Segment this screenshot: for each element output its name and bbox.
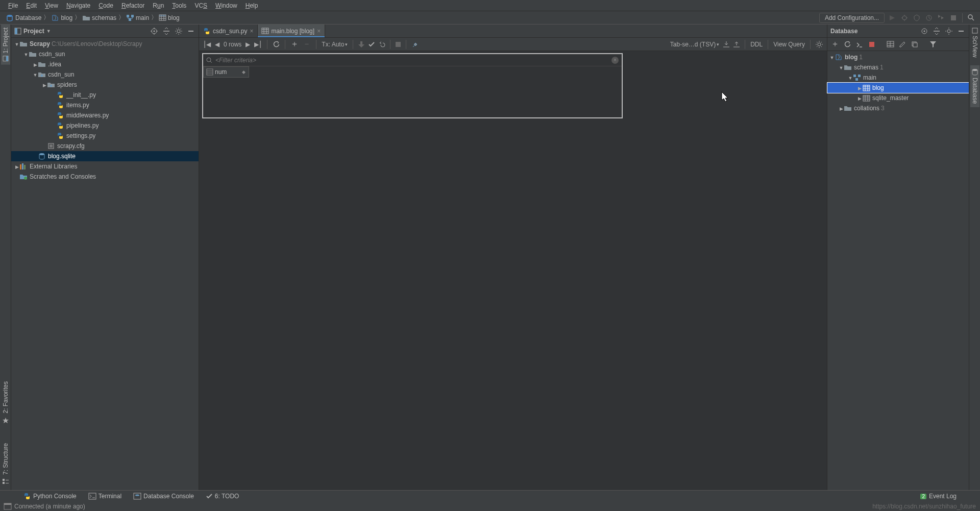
add-datasource-icon[interactable]: ＋ <box>830 40 840 49</box>
tree-scratches[interactable]: Scratches and Consoles <box>11 172 199 182</box>
close-icon[interactable]: × <box>250 28 253 35</box>
refresh-icon[interactable] <box>843 40 852 49</box>
submit-button[interactable] <box>357 41 365 47</box>
jump-to-console-icon[interactable] <box>855 40 864 49</box>
view-query-button[interactable]: View Query <box>772 41 806 48</box>
database-tree[interactable]: blog 1 schemas 1 main blog <box>827 51 969 490</box>
tree-scrapy-cfg[interactable]: scrapy.cfg <box>11 141 199 151</box>
hide-icon[interactable] <box>186 27 195 36</box>
gutter-database-tab[interactable]: Database <box>970 65 979 107</box>
tab-csdn-sun-py[interactable]: csdn_sun.py × <box>199 25 258 37</box>
locate-icon[interactable] <box>920 27 929 36</box>
run-button[interactable] <box>888 13 897 22</box>
db-node-collations[interactable]: collations 3 <box>827 103 969 113</box>
tree-middlewares-py[interactable]: middlewares.py <box>11 110 199 120</box>
clear-filter-icon[interactable]: × <box>611 57 619 64</box>
gutter-structure-tab[interactable]: 7: Structure <box>1 440 10 478</box>
tree-csdn-sun-pkg[interactable]: csdn_sun <box>11 69 199 80</box>
menu-run[interactable]: Run <box>149 2 168 9</box>
prev-page-button[interactable]: ◀ <box>214 41 220 48</box>
settings-icon[interactable] <box>174 27 183 36</box>
breadcrumb-database[interactable]: Database <box>4 14 43 21</box>
collapse-all-icon[interactable] <box>932 27 941 36</box>
terminal-tab[interactable]: Terminal <box>89 493 121 500</box>
tab-main-blog[interactable]: main.blog [blog] × <box>258 25 325 37</box>
db-node-schemas[interactable]: schemas 1 <box>827 62 969 72</box>
menu-navigate[interactable]: Navigate <box>62 2 94 9</box>
collapse-all-icon[interactable] <box>162 27 171 36</box>
column-header-num[interactable]: num ◆ <box>203 66 249 78</box>
tree-settings-py[interactable]: settings.py <box>11 131 199 141</box>
last-page-button[interactable]: ▶⎮ <box>253 41 263 48</box>
menu-code[interactable]: Code <box>94 2 117 9</box>
concurrent-button[interactable] <box>937 13 946 22</box>
tree-init[interactable]: __init__.py <box>11 90 199 100</box>
close-icon[interactable]: × <box>317 28 321 35</box>
tree-items-py[interactable]: items.py <box>11 100 199 110</box>
run-coverage-button[interactable] <box>912 13 921 22</box>
menu-vcs[interactable]: VCS <box>190 2 211 9</box>
ddl-button[interactable]: DDL <box>749 41 764 48</box>
project-tree[interactable]: Scrapy C:\Users\Lenovo\Desktop\Scrapy cs… <box>11 38 199 490</box>
filter-input[interactable] <box>215 57 608 64</box>
first-page-button[interactable]: ⎮◀ <box>202 41 212 48</box>
data-grid[interactable]: × num ◆ <box>202 53 623 118</box>
tree-blog-sqlite[interactable]: blog.sqlite <box>11 151 199 161</box>
database-console-tab[interactable]: Database Console <box>134 493 194 500</box>
import-button[interactable] <box>732 41 741 47</box>
debug-button[interactable] <box>900 13 909 22</box>
rollback-button[interactable] <box>378 41 386 47</box>
tree-csdn-sun[interactable]: csdn_sun <box>11 49 199 59</box>
add-row-button[interactable]: ＋ <box>289 39 300 50</box>
tree-spiders[interactable]: spiders <box>11 80 199 90</box>
db-node-blog-table[interactable]: blog <box>827 83 969 93</box>
gutter-project-tab[interactable]: 1: Project <box>1 25 10 65</box>
db-node-blog[interactable]: blog 1 <box>827 52 969 62</box>
menu-tools[interactable]: Tools <box>168 2 190 9</box>
breadcrumb-connection[interactable]: blog <box>50 14 75 21</box>
menu-edit[interactable]: Edit <box>22 2 41 9</box>
hide-icon[interactable] <box>957 27 966 36</box>
tree-root[interactable]: Scrapy C:\Users\Lenovo\Desktop\Scrapy <box>11 39 199 49</box>
export-button[interactable] <box>722 41 730 47</box>
table-view-icon[interactable] <box>886 40 895 49</box>
breadcrumb-main[interactable]: main <box>125 14 151 21</box>
locate-icon[interactable] <box>150 27 159 36</box>
breadcrumb-schemas[interactable]: schemas <box>81 14 118 21</box>
menu-help[interactable]: Help <box>241 2 262 9</box>
cancel-query-button[interactable] <box>395 42 402 47</box>
gutter-sciview-tab[interactable]: SciView <box>970 25 979 60</box>
tx-mode-dropdown[interactable]: Tx: Auto▾ <box>321 41 349 48</box>
project-panel-title[interactable]: Project ▼ <box>14 28 51 35</box>
stop-icon[interactable] <box>867 40 876 49</box>
menu-window[interactable]: Window <box>211 2 241 9</box>
tree-idea[interactable]: .idea <box>11 59 199 69</box>
add-configuration-button[interactable]: Add Configuration... <box>819 13 885 23</box>
remove-row-button[interactable]: － <box>302 39 312 50</box>
filter-icon[interactable] <box>928 40 938 49</box>
next-page-button[interactable]: ▶ <box>244 41 251 48</box>
python-console-tab[interactable]: Python Console <box>23 493 77 500</box>
stop-button[interactable] <box>949 13 958 22</box>
copy-ddl-icon[interactable] <box>910 40 919 49</box>
todo-tab[interactable]: 6: TODO <box>206 493 239 500</box>
tree-pipelines-py[interactable]: pipelines.py <box>11 120 199 131</box>
commit-button[interactable] <box>368 41 376 47</box>
profile-button[interactable] <box>924 13 934 22</box>
db-node-sqlite-master[interactable]: sqlite_master <box>827 93 969 103</box>
tree-external-libraries[interactable]: External Libraries <box>11 161 199 172</box>
menu-view[interactable]: View <box>41 2 62 9</box>
settings-icon[interactable] <box>944 27 953 36</box>
edit-icon[interactable] <box>898 40 907 49</box>
status-window-icon[interactable] <box>4 503 11 509</box>
db-node-main[interactable]: main <box>827 72 969 83</box>
search-everywhere-button[interactable] <box>967 13 976 22</box>
event-log-button[interactable]: 2 Event Log <box>920 493 957 500</box>
reload-button[interactable] <box>272 41 281 48</box>
menu-refactor[interactable]: Refactor <box>117 2 149 9</box>
pin-tab-icon[interactable] <box>410 41 420 48</box>
data-extractor-dropdown[interactable]: Tab-se…d (TSV)▾ <box>669 41 720 48</box>
breadcrumb-table[interactable]: blog <box>157 14 182 21</box>
menu-file[interactable]: File <box>4 2 22 9</box>
gutter-favorites-tab[interactable]: 2: Favorites <box>1 378 10 417</box>
